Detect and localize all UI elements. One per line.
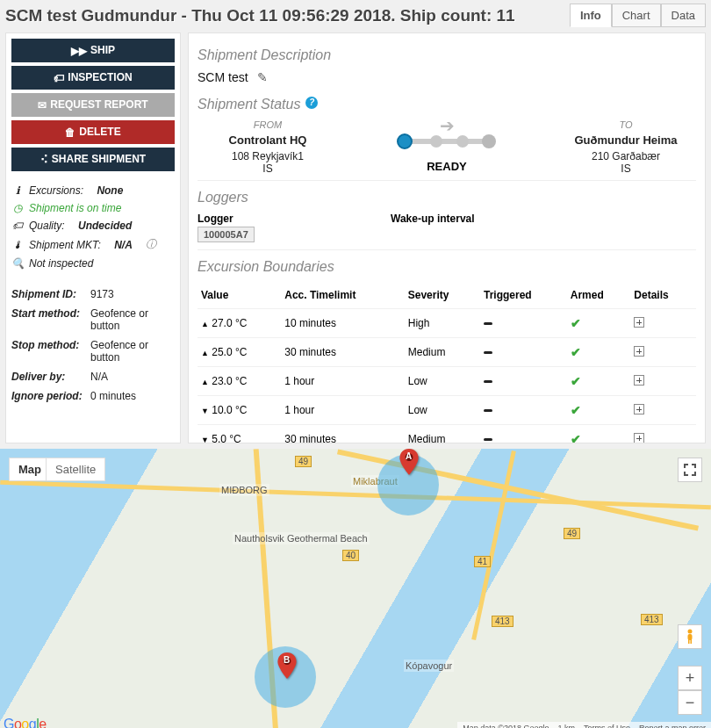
sidebar: ▶▶SHIP 🏷INSPECTION ✉REQUEST REPORT 🗑DELE… bbox=[5, 32, 181, 443]
meta-not-inspected: 🔍 Not inspected bbox=[11, 255, 175, 272]
google-logo: Google bbox=[4, 717, 47, 728]
search-icon: 🔍 bbox=[11, 257, 24, 270]
svg-point-7 bbox=[688, 630, 693, 634]
expand-icon[interactable] bbox=[634, 433, 644, 443]
check-icon: ✔ bbox=[571, 345, 581, 359]
arrow-up-icon bbox=[201, 317, 209, 329]
section-loggers: Loggers bbox=[198, 190, 696, 205]
page-title: SCM test Gudmundur - Thu Oct 11 09:56:29… bbox=[5, 6, 515, 25]
arrow-down-icon bbox=[201, 404, 209, 416]
road-shield: 49 bbox=[295, 456, 312, 467]
help-icon[interactable]: ? bbox=[305, 97, 318, 109]
svg-rect-8 bbox=[688, 634, 693, 640]
svg-rect-9 bbox=[688, 639, 690, 644]
info-icon: ℹ bbox=[11, 184, 24, 197]
ship-button[interactable]: ▶▶SHIP bbox=[11, 39, 175, 62]
map-attribution: Map data ©2018 Google 1 km Terms of Use … bbox=[457, 722, 711, 728]
pegman-icon[interactable] bbox=[678, 624, 702, 649]
report-error-link[interactable]: Report a map error bbox=[639, 724, 706, 728]
expand-icon[interactable] bbox=[634, 317, 644, 328]
tab-chart[interactable]: Chart bbox=[612, 4, 661, 27]
meta-quality: 🏷 Quality: Undecided bbox=[11, 217, 175, 234]
tab-info[interactable]: Info bbox=[570, 4, 612, 27]
tab-data[interactable]: Data bbox=[661, 4, 706, 27]
description-value: SCM test bbox=[198, 70, 248, 84]
minus-icon bbox=[484, 322, 492, 325]
minus-icon bbox=[484, 351, 492, 354]
road-shield: 49 bbox=[564, 528, 580, 539]
check-icon: ✔ bbox=[571, 403, 581, 417]
forward-icon: ▶▶ bbox=[71, 45, 87, 57]
request-report-button[interactable]: ✉REQUEST REPORT bbox=[11, 93, 175, 117]
content-panel: Shipment Description SCM test ✎ Shipment… bbox=[188, 32, 706, 443]
map-label: Nautholsvik Geothermal Beach bbox=[233, 532, 370, 544]
section-description: Shipment Description bbox=[198, 47, 696, 63]
map-label: MIÐBORG bbox=[219, 484, 269, 496]
meta-excursions: ℹ Excursions: None bbox=[11, 182, 175, 199]
arrow-up-icon bbox=[201, 375, 209, 387]
delete-button[interactable]: 🗑DELETE bbox=[11, 120, 175, 144]
shipment-properties: Shipment ID:9173 Start method:Geofence o… bbox=[11, 285, 175, 406]
expand-icon[interactable] bbox=[634, 404, 644, 414]
terms-link[interactable]: Terms of Use bbox=[584, 724, 630, 728]
loggers-col-interval: Wake-up interval bbox=[391, 213, 475, 225]
meta-mkt: 🌡 Shipment MKT: N/A ⓘ bbox=[11, 234, 175, 255]
tag-icon: 🏷 bbox=[11, 220, 24, 232]
map-type-satellite[interactable]: Satellite bbox=[46, 458, 105, 481]
edit-icon[interactable]: ✎ bbox=[257, 70, 268, 84]
trash-icon: 🗑 bbox=[65, 126, 75, 139]
svg-point-3 bbox=[456, 135, 469, 148]
table-row: 23.0 °C1 hourLow✔ bbox=[198, 367, 696, 396]
check-icon: ✔ bbox=[571, 316, 581, 330]
inspection-button[interactable]: 🏷INSPECTION bbox=[11, 66, 175, 90]
mail-icon: ✉ bbox=[38, 99, 47, 112]
expand-icon[interactable] bbox=[634, 375, 644, 386]
minus-icon bbox=[484, 438, 492, 441]
loggers-col-logger: Logger bbox=[198, 213, 391, 225]
svg-rect-10 bbox=[691, 639, 693, 644]
arrow-up-icon bbox=[201, 346, 209, 358]
check-icon: ✔ bbox=[571, 374, 581, 388]
map[interactable]: MIÐBORG Nautholsvik Geothermal Beach Kóp… bbox=[0, 449, 711, 728]
zoom-out-button[interactable]: − bbox=[678, 690, 702, 715]
expand-icon[interactable] bbox=[634, 346, 644, 357]
check-icon: ✔ bbox=[571, 432, 581, 443]
map-scale: 1 km bbox=[557, 724, 575, 728]
tabs: Info Chart Data bbox=[570, 4, 706, 27]
svg-point-4 bbox=[482, 134, 496, 148]
minus-icon bbox=[484, 409, 492, 412]
meta-on-time: ◷ Shipment is on time bbox=[11, 199, 175, 217]
road-shield: 41 bbox=[474, 556, 491, 567]
share-button[interactable]: ⠪SHARE SHIPMENT bbox=[11, 148, 175, 171]
share-icon: ⠪ bbox=[40, 154, 48, 166]
table-row: 25.0 °C30 minutesMedium✔ bbox=[198, 338, 696, 367]
svg-point-1 bbox=[398, 134, 412, 148]
arrow-down-icon bbox=[201, 433, 209, 443]
map-type-map[interactable]: Map bbox=[9, 458, 51, 481]
thermometer-icon: 🌡 bbox=[11, 239, 24, 251]
section-boundaries: Excursion Boundaries bbox=[198, 259, 696, 275]
road-shield: 413 bbox=[492, 616, 514, 627]
table-row: 27.0 °C10 minutesHigh✔ bbox=[198, 309, 696, 338]
road-shield: 413 bbox=[641, 614, 663, 625]
endpoint-to: TO Guðmundur Heima 210 Garðabær IS bbox=[556, 119, 696, 175]
svg-point-2 bbox=[430, 135, 442, 148]
road-shield: 40 bbox=[342, 550, 359, 561]
section-status: Shipment Status bbox=[198, 97, 300, 112]
logger-id[interactable]: 100005A7 bbox=[198, 227, 255, 242]
minus-icon bbox=[484, 380, 492, 383]
boundaries-table: Value Acc. Timelimit Severity Triggered … bbox=[198, 282, 696, 443]
map-label: Kópavogur bbox=[404, 660, 454, 672]
endpoint-from: FROM Controlant HQ 108 Reykjavík1 IS bbox=[198, 119, 338, 175]
map-pin-a[interactable]: A bbox=[399, 449, 419, 475]
progress-indicator: ➔ READY bbox=[394, 121, 499, 173]
table-row: 5.0 °C30 minutesMedium✔ bbox=[198, 425, 696, 444]
info-icon[interactable]: ⓘ bbox=[146, 237, 156, 252]
table-row: 10.0 °C1 hourLow✔ bbox=[198, 396, 696, 425]
zoom-in-button[interactable]: + bbox=[678, 666, 702, 690]
tag-icon: 🏷 bbox=[54, 72, 64, 84]
route: FROM Controlant HQ 108 Reykjavík1 IS ➔ R… bbox=[198, 119, 696, 175]
map-pin-b[interactable]: B bbox=[277, 652, 297, 679]
clock-icon: ◷ bbox=[11, 202, 24, 214]
fullscreen-icon[interactable] bbox=[678, 458, 702, 482]
